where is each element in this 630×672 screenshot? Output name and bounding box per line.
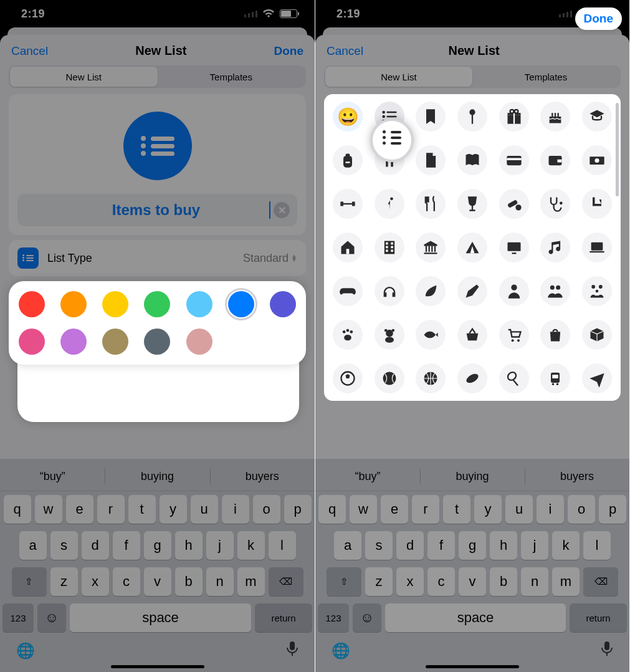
color-red[interactable] [19,291,45,317]
color-slate[interactable] [144,329,170,355]
key-y[interactable]: y [160,495,187,524]
icon-option-emoji[interactable]: 😀 [333,102,363,132]
key-p[interactable]: p [599,495,626,524]
icon-option-credit-card[interactable] [499,145,529,175]
tabs-segmented[interactable]: New List Templates [324,65,621,88]
key-f[interactable]: f [113,531,140,560]
icon-option-chair[interactable] [582,189,612,219]
icon-option-pin[interactable] [457,102,487,132]
icon-option-football[interactable] [457,363,487,393]
icon-option-tennis[interactable] [499,363,529,393]
key-k[interactable]: k [237,531,265,560]
icon-option-pills[interactable] [499,189,529,219]
globe-key[interactable]: 🌐 [16,642,35,660]
key-q[interactable]: q [318,495,346,524]
icon-option-gift[interactable] [499,102,529,132]
done-button[interactable]: Done [274,44,304,58]
home-indicator[interactable] [111,665,204,668]
key-z[interactable]: z [365,567,393,596]
icon-option-museum[interactable] [416,233,446,262]
key-j[interactable]: j [521,531,548,560]
icon-option-graduation[interactable] [582,102,612,132]
key-b[interactable]: b [175,567,203,596]
icon-option-shopping-bag[interactable] [540,320,570,350]
key-g[interactable]: g [459,531,486,560]
color-pink[interactable] [19,329,45,355]
tabs-segmented[interactable]: New List Templates [9,65,306,88]
dictation-key[interactable] [601,641,613,661]
key-e[interactable]: e [66,495,93,524]
suggestion-1[interactable]: buying [420,463,525,491]
list-type-row[interactable]: List Type Standard ▲▼ [9,240,306,276]
keyboard[interactable]: “buy” buying buyers qwertyuiop asdfghjkl… [0,459,315,672]
suggestions-bar[interactable]: “buy” buying buyers [315,463,629,491]
key-t[interactable]: t [128,495,156,524]
key-u[interactable]: u [191,495,218,524]
key-b[interactable]: b [490,567,517,596]
color-orange[interactable] [60,291,87,317]
key-j[interactable]: j [206,531,234,560]
tab-new-list[interactable]: New List [325,67,472,87]
color-purple[interactable] [60,329,87,355]
key-g[interactable]: g [144,531,171,560]
space-key[interactable]: space [70,603,251,632]
color-lightblue[interactable] [186,291,212,317]
icon-option-money[interactable] [582,145,612,175]
suggestion-2[interactable]: buyers [525,463,629,491]
tab-templates[interactable]: Templates [472,67,619,87]
key-w[interactable]: w [350,495,377,524]
backspace-key[interactable]: ⌫ [583,567,618,596]
icon-option-basket[interactable] [457,320,487,350]
icon-option-people[interactable] [540,276,570,306]
key-o[interactable]: o [253,495,280,524]
key-e[interactable]: e [381,495,408,524]
shift-key[interactable]: ⇧ [12,567,47,596]
color-indigo[interactable] [270,291,296,317]
icon-option-paw[interactable] [333,320,363,350]
return-key[interactable]: return [570,603,627,632]
icon-option-game-controller[interactable] [333,276,363,306]
icon-option-wallet[interactable] [540,145,570,175]
icon-option-box[interactable] [582,320,612,350]
icon-option-music[interactable] [540,233,570,262]
icon-option-backpack[interactable] [333,145,363,175]
suggestion-0[interactable]: “buy” [315,463,420,491]
key-u[interactable]: u [505,495,533,524]
key-p[interactable]: p [284,495,312,524]
key-a[interactable]: a [334,531,361,560]
key-h[interactable]: h [490,531,517,560]
icon-option-document[interactable] [416,145,446,175]
numbers-key[interactable]: 123 [2,603,34,632]
icon-option-building[interactable] [375,233,404,262]
key-n[interactable]: n [206,567,234,596]
icon-option-soccer[interactable] [333,363,363,393]
keyboard[interactable]: “buy” buying buyers qwertyuiop asdfghjkl… [315,459,629,672]
emoji-key[interactable]: ☺ [37,603,66,632]
key-q[interactable]: q [4,495,31,524]
list-name-input[interactable] [44,201,268,219]
icon-option-basketball[interactable] [416,363,446,393]
icon-option-tram[interactable] [540,363,570,393]
icon-option-headphones[interactable] [375,276,404,306]
icon-option-tent[interactable] [457,233,487,262]
key-f[interactable]: f [427,531,455,560]
tab-templates[interactable]: Templates [158,67,305,87]
icon-option-fish[interactable] [416,320,446,350]
key-i[interactable]: i [537,495,564,524]
color-yellow[interactable] [102,291,128,317]
key-o[interactable]: o [568,495,595,524]
key-a[interactable]: a [19,531,47,560]
numbers-key[interactable]: 123 [318,603,349,632]
globe-key[interactable]: 🌐 [332,642,350,660]
icon-option-person[interactable] [499,276,529,306]
icon-option-book[interactable] [457,145,487,175]
done-button[interactable]: Done [575,7,623,30]
key-r[interactable]: r [97,495,125,524]
icon-option-family[interactable] [582,276,612,306]
backspace-key[interactable]: ⌫ [269,567,303,596]
key-m[interactable]: m [552,567,580,596]
icon-picker-scrollbar[interactable] [616,103,619,196]
key-m[interactable]: m [237,567,265,596]
icon-option-leaf[interactable] [416,276,446,306]
emoji-key[interactable]: ☺ [353,603,381,632]
